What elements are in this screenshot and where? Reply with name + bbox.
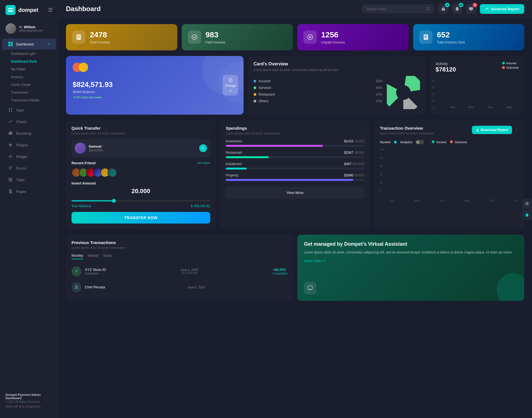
paid-icon (188, 30, 201, 44)
settings-tool-btn[interactable] (522, 199, 532, 209)
sidebar-sub-transaction-details[interactable]: Transaction Details (0, 96, 58, 104)
svg-rect-21 (9, 181, 12, 181)
transaction-overview-section: Transaction Overview Lorem ipsum dolor s… (374, 120, 524, 229)
charts-icon (8, 119, 13, 124)
quick-transfer-title: Quick Transfer (71, 126, 126, 130)
transfer-now-button[interactable]: TRANSFER NOW (71, 212, 210, 224)
svg-point-34 (192, 35, 197, 40)
sidebar-item-widget[interactable]: Widget (2, 151, 56, 162)
sidebar-item-dashboard[interactable]: Dashboard ▼ (2, 39, 56, 50)
wallet-card-visual (73, 63, 237, 72)
sidebar-plugins-label: Plugins (16, 143, 47, 147)
recent-friend-label: Recent Friend (71, 161, 96, 165)
stat-card-total-invoices: 2478 Total Invoices (66, 24, 177, 50)
tx-menu-icon[interactable]: ⋮ (514, 127, 519, 132)
logo-icon (6, 5, 16, 15)
restaurant-progress-bg (226, 156, 365, 158)
stat-card-unpaid-invoices: 1256 Unpaid Invoices (297, 24, 409, 50)
installment-progress-fill (226, 168, 247, 170)
tx-status-1: Completed (273, 272, 287, 275)
toggle-switch[interactable] (416, 140, 424, 144)
stat-number: 2478 (90, 30, 110, 40)
prev-transactions-sub: Lorem ipsum dolor sit amet, consectetur (71, 246, 126, 249)
gear-icon (525, 201, 529, 206)
svg-point-9 (11, 111, 12, 112)
chevron-right-icon5: › (50, 167, 50, 170)
see-more-link[interactable]: See More (197, 161, 210, 165)
chat-btn[interactable]: 5 (466, 4, 476, 14)
svg-point-8 (9, 111, 10, 112)
svg-point-15 (12, 156, 13, 157)
contact-check-icon: ✓ (199, 144, 207, 152)
analytics-label: Analytics (400, 140, 412, 144)
search-input[interactable] (366, 7, 423, 11)
activity-legend: Income Outcome (502, 61, 519, 69)
svg-point-48 (526, 203, 528, 204)
quick-transfer-menu-icon[interactable]: ⋮ (206, 126, 210, 131)
svg-rect-20 (9, 179, 12, 180)
sidebar-pages-label: Pages (16, 189, 47, 194)
friend-avatar-6 (108, 168, 117, 177)
sidebar-item-bootstrap[interactable]: Bootstrap › (2, 128, 56, 139)
sidebar-sub-dashboard-light[interactable]: Dashboard Light (0, 50, 58, 58)
sidebar-item-plugins[interactable]: Plugins › (2, 139, 56, 150)
briefcase-icon (441, 6, 446, 11)
spendings-menu-icon[interactable]: ⋮ (360, 126, 364, 131)
sidebar-item-charts[interactable]: Charts › (2, 116, 56, 127)
sent-icon (419, 30, 433, 44)
prev-row: Previous Transactions Lorem ipsum dolor … (66, 235, 524, 301)
svg-rect-45 (476, 131, 479, 132)
stat-info-2: 983 Paid Invoices (206, 30, 225, 44)
va-desc: Lorem ipsum dolor sit amet, consectetur … (304, 250, 518, 255)
stat-info: 2478 Total Invoices (90, 30, 110, 44)
briefcase-btn[interactable]: 2 (438, 4, 448, 14)
header: Dashboard 2 12 5 Generate Report (58, 0, 532, 18)
sidebar-sub-cards[interactable]: Cards Center (0, 81, 58, 89)
tab-today[interactable]: Today (103, 254, 112, 259)
svg-point-12 (10, 155, 11, 155)
view-more-button[interactable]: View More (226, 187, 365, 198)
tab-weekly[interactable]: Weekly (88, 254, 98, 259)
prev-transactions-section: Previous Transactions Lorem ipsum dolor … (66, 235, 293, 301)
stat-info-3: 1256 Unpaid Invoices (321, 30, 345, 44)
amount-slider[interactable] (71, 200, 210, 201)
chevron-right-icon4: › (50, 143, 50, 147)
download-report-button[interactable]: Download Report (472, 126, 512, 134)
unpaid-icon (303, 30, 317, 44)
svg-rect-37 (424, 36, 427, 36)
sidebar-logo-area: dompet ☰ (0, 0, 58, 20)
sidebar-bootstrap-label: Bootstrap (16, 131, 47, 135)
bar-chart-container (443, 80, 519, 105)
sidebar-sub-invoices[interactable]: Invoices (0, 73, 58, 81)
sidebar-sub-wallet[interactable]: My Wallet (0, 65, 58, 73)
cards-overview-title: Card's Overview (254, 61, 420, 66)
generate-report-button[interactable]: Generate Report (480, 4, 524, 14)
tx-x-labels: SunMonTueWedThuFri (388, 199, 519, 202)
tab-monthly[interactable]: Monthly (71, 254, 83, 259)
sidebar-item-table[interactable]: Table › (2, 174, 56, 185)
widget-icon (8, 154, 13, 159)
sidebar-item-forms[interactable]: Forms › (2, 163, 56, 174)
sidebar-dashboard-label: Dashboard (16, 42, 45, 46)
property-progress-bg (226, 179, 365, 181)
pie-row: Account 20% Services 40% Restaurant (254, 76, 420, 109)
svg-point-46 (76, 286, 77, 287)
sidebar-item-apps[interactable]: Apps › (2, 104, 56, 116)
pie-chart (387, 76, 420, 109)
svg-rect-4 (8, 44, 10, 46)
menu-toggle-icon[interactable]: ☰ (48, 7, 53, 13)
svg-rect-36 (424, 34, 428, 40)
virtual-assistant-section: Get managed by Dompet's Virtual Assistan… (297, 235, 524, 301)
search-box (362, 4, 434, 13)
tx-title: Transaction Overview (380, 126, 434, 130)
bell-btn[interactable]: 12 (452, 4, 462, 14)
legend-list: Account 20% Services 40% Restaurant (254, 79, 382, 106)
chevron-right-icon2: › (50, 120, 50, 123)
made-with: Made with ♥ by DesignZone (6, 405, 53, 408)
sidebar-sub-transaction[interactable]: Transaction (0, 89, 58, 96)
sidebar-item-pages[interactable]: Pages › (2, 186, 56, 197)
sidebar-sub-dashboard-dark[interactable]: Dashboard Dark (0, 58, 58, 65)
water-drop-tool-btn[interactable] (522, 210, 532, 220)
learn-more-link[interactable]: Learn more >> (304, 259, 326, 263)
transaction-row-2: Chef Renata June 5, 2020 (71, 279, 287, 295)
